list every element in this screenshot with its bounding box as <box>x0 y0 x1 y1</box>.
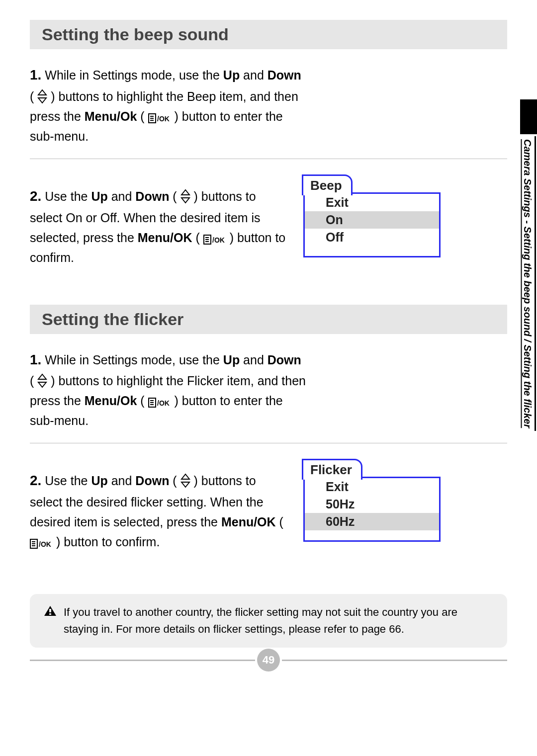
svg-rect-30 <box>49 613 51 615</box>
divider <box>30 159 507 159</box>
beep-step1: 1. While in Settings mode, use the Up an… <box>30 64 507 146</box>
lcd-beep: Beep Exit On Off <box>303 173 441 257</box>
svg-marker-0 <box>38 90 46 95</box>
beep-step2-row: 2. Use the Up and Down ( ) buttons to se… <box>30 173 507 280</box>
svg-marker-21 <box>181 474 189 479</box>
menuok-icon: /OK <box>148 113 171 124</box>
step-text: 2. Use the Up and Down ( ) buttons to se… <box>30 470 288 552</box>
lcd-flicker: Flicker Exit 50Hz 60Hz <box>303 457 441 542</box>
svg-text:/OK: /OK <box>157 115 170 123</box>
lcd-item: Exit <box>305 478 439 496</box>
step-text: 1. While in Settings mode, use the Up an… <box>30 349 308 431</box>
step-text: 1. While in Settings mode, use the Up an… <box>30 64 308 146</box>
side-tab-marker <box>520 99 537 134</box>
svg-marker-22 <box>181 482 189 487</box>
svg-text:/OK: /OK <box>39 540 51 548</box>
heading-beep: Setting the beep sound <box>30 20 507 49</box>
lcd-item: Exit <box>305 194 439 211</box>
note-box: If you travel to another country, the fl… <box>30 594 507 648</box>
note-text: If you travel to another country, the fl… <box>64 604 493 638</box>
menuok-icon: /OK <box>30 538 53 549</box>
lcd-tab: Beep <box>302 174 353 195</box>
svg-rect-29 <box>49 609 51 612</box>
flicker-step1: 1. While in Settings mode, use the Up an… <box>30 349 507 431</box>
updown-icon <box>37 89 47 104</box>
lcd-item: On <box>305 211 439 229</box>
svg-text:/OK: /OK <box>157 399 170 407</box>
svg-marker-7 <box>181 190 189 195</box>
lcd-item: Off <box>305 229 439 246</box>
lcd-item: 60Hz <box>305 513 439 530</box>
side-tab: Camera Settings - Setting the beep sound… <box>520 99 537 431</box>
heading-flicker: Setting the flicker <box>30 305 507 334</box>
side-tab-text: Camera Settings - Setting the beep sound… <box>522 136 536 431</box>
menuok-icon: /OK <box>203 234 226 245</box>
page-number: 49 <box>257 649 280 672</box>
divider <box>30 443 507 443</box>
svg-marker-14 <box>38 374 46 379</box>
flicker-step2-row: 2. Use the Up and Down ( ) buttons to se… <box>30 457 507 564</box>
lcd-tab: Flicker <box>302 459 362 480</box>
updown-icon <box>180 189 190 204</box>
lcd-item: 50Hz <box>305 496 439 513</box>
warning-icon <box>44 605 57 617</box>
updown-icon <box>180 473 190 488</box>
svg-marker-15 <box>38 382 46 387</box>
svg-text:/OK: /OK <box>212 236 225 244</box>
svg-marker-1 <box>38 98 46 103</box>
updown-icon <box>37 373 47 388</box>
menuok-icon: /OK <box>148 397 171 408</box>
svg-marker-8 <box>181 198 189 203</box>
manual-page: Camera Settings - Setting the beep sound… <box>0 0 537 756</box>
step-text: 2. Use the Up and Down ( ) buttons to se… <box>30 185 288 267</box>
page-footer: 49 <box>30 649 507 672</box>
